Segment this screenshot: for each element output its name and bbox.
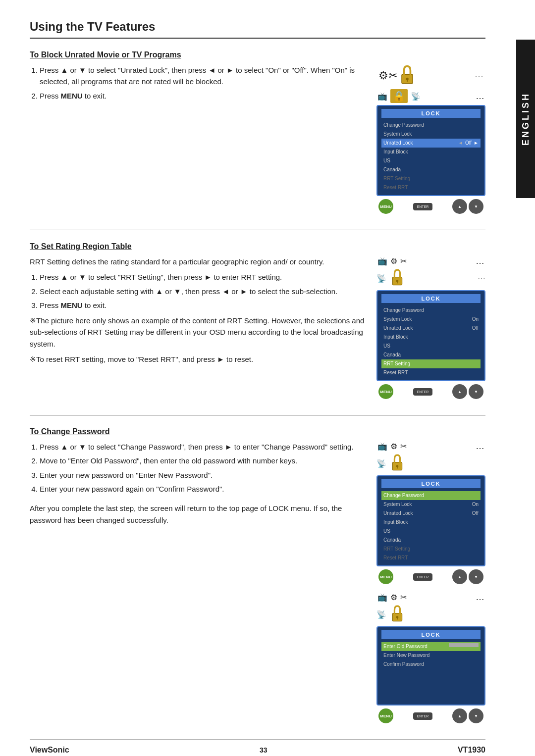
arrow-btns-2: ▲ ▼ [452,384,483,399]
input-icon-2: 📺 [377,256,387,266]
lock-icon-3 [388,454,406,473]
nav-btn-2: ENTER [413,388,433,396]
section2-title: To Set Rating Region Table [30,242,485,251]
tv-menu-item: Canada [381,165,481,174]
list-item: Select each adjustable setting with ▲ or… [40,286,367,297]
tv-menu-item: Input Block [381,518,481,527]
page-title: Using the TV Features [30,20,485,39]
side-tab-label: ENGLISH [521,92,531,146]
tv-bottom-row-1: MENU ENTER ▲ ▼ [376,199,485,214]
list-item: Press ▲ or ▼ to select "RRT Setting", th… [40,271,367,283]
down-btn: ▼ [469,199,483,214]
list-item: Press MENU to exit. [40,300,367,311]
up-btn: ▲ [452,199,467,214]
section3-after: After you complete the last step, the sc… [30,503,367,526]
tv-menu-item: US [381,342,481,351]
remote-icon: 📡 [411,92,421,101]
footer-model: VT1930 [458,746,485,755]
pw-bar-old [449,643,479,647]
section-block-unrated: To Block Unrated Movie or TV Programs Pr… [30,50,485,214]
input-icon: 📺 [377,92,387,101]
or-text: or [70,66,77,74]
down-btn-4: ▼ [469,708,483,723]
tv-menu-1: LOCK Change Password System Lock Unrated… [376,105,485,196]
tv-menu-item: System LockOn [381,500,481,509]
gear-icon-2: ⚙ [390,256,397,266]
scissors-icon: ✂ [388,69,397,82]
arrow-btns-4: ▲ ▼ [452,708,483,723]
input-icon-4: 📺 [377,593,387,602]
input-icon-3: 📺 [377,442,387,451]
section2-text: RRT Setting defines the rating standard … [30,256,367,368]
section1-title: To Block Unrated Movie or TV Programs [30,50,485,59]
down-btn-3: ▼ [469,569,483,584]
footer-page-number: 33 [260,746,268,754]
svg-rect-8 [397,466,398,468]
tv-bottom-row-3: MENU ENTER ▲ ▼ [376,569,485,584]
tv-menu-3: LOCK Change Password System LockOn Unrat… [376,475,485,566]
arrow-btns-3: ▲ ▼ [452,569,483,584]
settings-icon: ⚙ [378,69,388,82]
list-item: Enter your new password again on "Confir… [40,483,367,495]
tv-menu-item: System LockOn [381,315,481,324]
tv-menu-item: Change Password [381,121,481,130]
tv-menu-title-1: LOCK [381,109,481,118]
tv-menu-item: RRT Setting [381,545,481,554]
lock-icon-4 [388,605,406,624]
tv2-top-icons: 📺 ⚙ ✂ … [376,256,485,266]
tv-screen-2: 📺 ⚙ ✂ … 📡 ⋯ LOCK [376,256,485,399]
menu-btn-2: MENU [378,384,393,399]
menu-btn-4: MENU [378,708,393,723]
tv-menu-2: LOCK Change Password System LockOn Unrat… [376,290,485,381]
tv3-mid-icons: 📡 [376,454,485,473]
tv-menu-new-pw: Enter New Password [381,651,481,660]
list-item: Enter your new password on "Enter New Pa… [40,469,367,481]
tv-bottom-row-4: MENU ENTER ▲ ▼ [376,708,485,723]
section-change-password: To Change Password Press ▲ or ▼ to selec… [30,427,485,723]
section-rrt: To Set Rating Region Table RRT Setting d… [30,242,485,399]
dots4-icon: ⋯ [478,274,485,283]
tv-menu-item: Reset RRT [381,554,481,562]
tv4-mid-icons: 📡 [376,605,485,624]
tv-menu-item: Unrated LockOff [381,324,481,333]
antenna-icon-3: 📡 [376,459,386,468]
section2-steps: Press ▲ or ▼ to select "RRT Setting", th… [30,271,367,311]
down-btn-2: ▼ [469,384,483,399]
tv-menu-item: Canada [381,351,481,359]
tv-menu-change-pw: Change Password [381,491,481,500]
tv-menu-item: Change Password [381,306,481,315]
antenna-icon-4: 📡 [376,610,386,619]
tv-icons-row-1: ⚙ ✂ ⋯ [376,64,485,87]
gear-icon-3: ⚙ [390,442,397,451]
scissors-icon-2: ✂ [400,256,407,266]
section3-title: To Change Password [30,427,485,436]
tv-menu-item: RRT Setting [381,174,481,183]
svg-rect-2 [407,79,408,82]
tv-bottom-row-2: MENU ENTER ▲ ▼ [376,384,485,399]
tv-menu-rrt: RRT Setting [381,359,481,368]
dots3-icon: … [476,256,484,266]
tv-screen-4: 📺 ⚙ ✂ … 📡 [376,592,485,723]
footer-brand: ViewSonic [30,746,69,755]
scissors-icon-3: ✂ [400,442,407,451]
list-item: Press ▲ or ▼ to select "Change Password"… [40,441,367,453]
section1-steps: Press ▲ or ▼ to select "Unrated Lock", t… [30,64,367,101]
section1-text: Press ▲ or ▼ to select "Unrated Lock", t… [30,64,367,104]
tv-menu-item: Unrated LockOff [381,509,481,518]
tv4-top-icons: 📺 ⚙ ✂ … [376,592,485,603]
list-item: Press ▲ or ▼ to select "Unrated Lock", t… [40,64,367,88]
tv-menu-confirm-pw: Confirm Password [381,660,481,669]
tv-menu-item: Reset RRT [381,183,481,192]
up-btn-3: ▲ [452,569,467,584]
tv3-top-icons: 📺 ⚙ ✂ … [376,441,485,452]
tv-menu-item: Input Block [381,148,481,156]
svg-rect-11 [397,617,398,619]
arrow-btns: ▲ ▼ [452,199,483,214]
tv-menu-item: Canada [381,536,481,545]
tv-screen-3: 📺 ⚙ ✂ … 📡 [376,441,485,584]
list-item: Move to "Enter Old Password", then enter… [40,455,367,466]
svg-rect-5 [397,281,398,283]
tv-menu-item-highlighted: Unrated Lock ◄ Off ► [381,139,481,148]
tv-menu-item: Reset RRT [381,368,481,377]
tv-menu-old-pw: Enter Old Password [381,642,481,651]
